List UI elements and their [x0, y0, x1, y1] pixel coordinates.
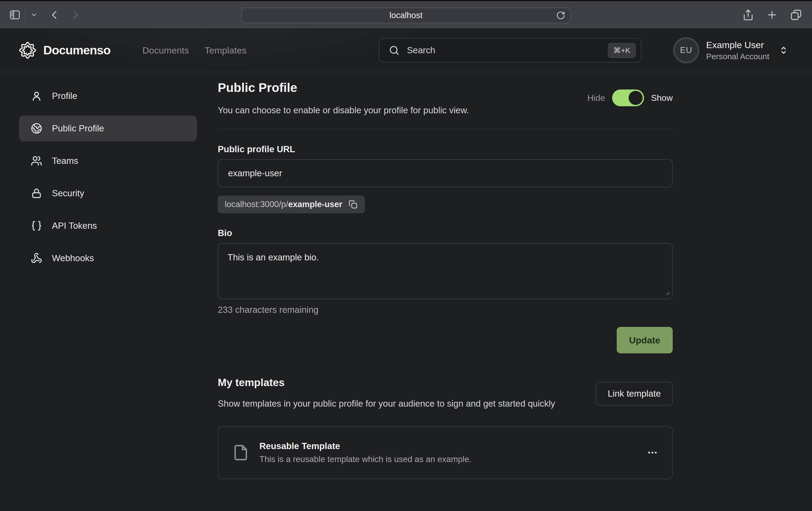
- sidebar-item-public-profile[interactable]: Public Profile: [19, 116, 197, 142]
- content: Profile Public Profile Teams: [0, 72, 812, 479]
- user-icon: [31, 90, 42, 102]
- sidebar-item-label: Teams: [52, 156, 78, 166]
- sidebar-item-label: Public Profile: [52, 123, 104, 133]
- sidebar-item-teams[interactable]: Teams: [19, 148, 197, 174]
- bio-wrap: This is an example bio.: [218, 243, 673, 299]
- sidebar-item-label: Profile: [52, 91, 77, 101]
- profile-url-text: localhost:3000/p/example-user: [225, 200, 342, 209]
- url-field-label: Public profile URL: [218, 144, 673, 154]
- profile-visibility-toggle[interactable]: [612, 90, 644, 106]
- resize-handle[interactable]: [665, 290, 670, 296]
- reload-icon[interactable]: [556, 11, 565, 20]
- template-list-item: Reusable Template This is a reusable tem…: [218, 426, 673, 479]
- bio-field-label: Bio: [218, 228, 673, 238]
- characters-remaining: 233 characters remaining: [218, 305, 673, 315]
- browser-chrome: localhost: [0, 0, 812, 29]
- sidebar-item-api-tokens[interactable]: API Tokens: [19, 213, 197, 239]
- page-title: Public Profile: [218, 80, 469, 95]
- section-head: Public Profile You can choose to enable …: [218, 80, 673, 116]
- profile-url-preview[interactable]: localhost:3000/p/example-user: [218, 196, 365, 213]
- nav-documents[interactable]: Documents: [143, 45, 189, 56]
- template-actions-menu-icon[interactable]: [647, 447, 658, 458]
- update-row: Update: [218, 327, 673, 353]
- file-icon: [232, 444, 249, 461]
- link-template-button[interactable]: Link template: [596, 382, 673, 405]
- avatar: EU: [673, 37, 699, 63]
- sidebar-item-webhooks[interactable]: Webhooks: [19, 245, 197, 271]
- sidebar-item-label: Security: [52, 188, 84, 199]
- search-shortcut-badge: ⌘+K: [608, 43, 636, 58]
- public-profile-settings: Public Profile You can choose to enable …: [218, 80, 673, 479]
- templates-title: My templates: [218, 377, 555, 389]
- templates-head: My templates Show templates in your publ…: [218, 377, 673, 411]
- update-button[interactable]: Update: [617, 327, 673, 353]
- share-icon[interactable]: [742, 9, 754, 21]
- tabs-overview-icon[interactable]: [790, 9, 802, 21]
- new-tab-icon[interactable]: [766, 9, 778, 21]
- sidebar-item-security[interactable]: Security: [19, 180, 197, 206]
- browser-window: localhost: [0, 0, 812, 511]
- documenso-logo-icon: [19, 42, 36, 59]
- template-text: Reusable Template This is a reusable tem…: [259, 441, 636, 464]
- chrome-right-controls: [742, 1, 802, 28]
- brand-name: Documenso: [43, 43, 111, 57]
- chrome-divider: [25, 8, 26, 22]
- my-templates-section: My templates Show templates in your publ…: [218, 377, 673, 479]
- templates-description: Show templates in your public profile fo…: [218, 397, 555, 411]
- back-button-icon[interactable]: [50, 10, 60, 20]
- address-bar[interactable]: localhost: [241, 7, 571, 23]
- braces-icon: [31, 220, 42, 232]
- nav-templates[interactable]: Templates: [205, 45, 247, 56]
- copy-icon[interactable]: [348, 200, 358, 209]
- template-description: This is a reusable template which is use…: [259, 454, 636, 464]
- search-input[interactable]: [407, 45, 608, 56]
- lock-icon: [31, 188, 42, 199]
- public-profile-url-input[interactable]: [218, 159, 673, 187]
- settings-sidebar: Profile Public Profile Teams: [19, 83, 197, 271]
- chevrons-up-down-icon: [779, 45, 789, 55]
- user-menu[interactable]: EU Example User Personal Account: [673, 37, 789, 63]
- top-nav: Documents Templates: [143, 45, 247, 56]
- brand-logo[interactable]: Documenso: [19, 42, 111, 59]
- toggle-hide-label: Hide: [587, 93, 605, 103]
- divider: [218, 129, 673, 129]
- chevron-down-icon[interactable]: [31, 11, 37, 19]
- sidebar-toggle-icon[interactable]: [9, 9, 21, 21]
- search-box[interactable]: ⌘+K: [379, 38, 641, 62]
- search-icon: [389, 45, 400, 56]
- avatar-initials: EU: [680, 46, 692, 55]
- chrome-left-controls: [9, 1, 80, 28]
- globe-icon: [31, 123, 42, 134]
- app-header: Documenso Documents Templates ⌘+K EU: [0, 29, 812, 72]
- forward-button-icon[interactable]: [70, 10, 80, 20]
- template-title: Reusable Template: [259, 441, 636, 451]
- toggle-show-label: Show: [651, 93, 673, 103]
- bio-textarea[interactable]: This is an example bio.: [218, 243, 673, 299]
- sidebar-item-label: API Tokens: [52, 221, 97, 231]
- toggle-knob: [629, 91, 643, 105]
- user-account-type: Personal Account: [706, 52, 769, 61]
- user-text: Example User Personal Account: [706, 40, 769, 61]
- sidebar-item-profile[interactable]: Profile: [19, 83, 197, 109]
- address-bar-url: localhost: [389, 10, 423, 20]
- app-root: Documenso Documents Templates ⌘+K EU: [0, 29, 812, 511]
- webhook-icon: [31, 252, 42, 264]
- users-icon: [31, 155, 42, 167]
- page-description: You can choose to enable or disable your…: [218, 105, 469, 116]
- sidebar-item-label: Webhooks: [52, 253, 94, 263]
- visibility-toggle-row: Hide Show: [587, 90, 673, 106]
- user-name: Example User: [706, 40, 769, 50]
